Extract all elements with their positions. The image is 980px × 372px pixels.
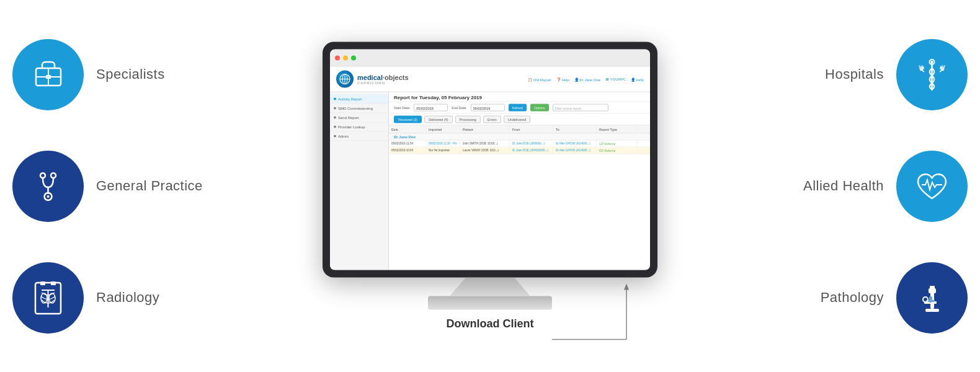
th-to: To: [553, 126, 597, 133]
monitor-foot: [428, 296, 552, 310]
hospitals-icon-circle: [896, 39, 968, 110]
svg-rect-21: [925, 309, 939, 312]
tab-delivered[interactable]: Delivered (4): [424, 116, 452, 123]
nav-dot-3: [334, 117, 336, 119]
general-practice-label: General Practice: [96, 178, 203, 194]
td-patient-2: Laurie YANNY (DOB: 3/10...): [460, 148, 510, 154]
nav-admin[interactable]: Admin: [330, 132, 388, 141]
tab-errors[interactable]: Errors: [483, 116, 501, 123]
table-row-highlighted[interactable]: 05/02/2019 10:04 Not Yet Imported Laurie…: [389, 148, 650, 154]
logo-sub: CAPRICORN: [357, 81, 409, 84]
svg-rect-13: [51, 281, 56, 285]
screen-body: Activity Report SMD Commissioning Send R…: [330, 92, 650, 270]
screen-topbar: [330, 50, 650, 67]
main-scene: Specialists Ge: [0, 0, 980, 372]
th-imported: Imported: [426, 126, 460, 133]
briefcase-icon: [30, 56, 67, 93]
nav-provider-lookup[interactable]: Provider Lookup: [330, 123, 388, 132]
td-to-2: Dr Alex GATOR (AG4000...): [553, 148, 597, 154]
kelly-btn[interactable]: 👤 kelly: [631, 77, 644, 81]
help-btn[interactable]: ❓ Help: [556, 77, 569, 81]
td-date-2: 05/02/2019 10:04: [389, 148, 426, 154]
globe-icon: [339, 74, 350, 85]
heart-pulse-icon: [912, 166, 952, 206]
pathology-label: Pathology: [821, 290, 884, 306]
general-practice-row: General Practice: [12, 151, 203, 222]
th-patient: Patient: [460, 126, 510, 133]
end-date-input[interactable]: 05/02/2019: [471, 104, 505, 112]
svg-point-6: [40, 173, 45, 178]
nav-send-report[interactable]: Send Report: [330, 113, 388, 123]
tab-received[interactable]: Received (2): [394, 116, 422, 123]
monitor: medical·objects CAPRICORN 📋 Old Report ❓…: [323, 42, 657, 310]
svg-rect-24: [930, 286, 935, 290]
specialists-row: Specialists: [12, 39, 165, 110]
dot-red: [335, 55, 340, 60]
allied-health-row: Allied Health: [803, 151, 968, 222]
td-patient-1: John SMITH (DOB: 31/03...): [460, 141, 510, 147]
logo-main: medical·objects: [357, 74, 409, 81]
tab-bar: Received (2) Delivered (4) Processing Er…: [389, 114, 650, 126]
nav-activity-report[interactable]: Activity Report: [330, 95, 388, 104]
dot-green: [351, 55, 356, 60]
end-date-label: End Date:: [452, 106, 466, 110]
td-from-1: Dr Jane DOE (J000000...): [510, 141, 553, 147]
content-title: Report for Tuesday, 05 February 2019: [389, 92, 650, 102]
left-panel: Specialists Ge: [12, 0, 248, 372]
nav-dot-4: [334, 126, 336, 128]
radiology-label: Radiology: [96, 290, 159, 306]
start-date-input[interactable]: 05/02/2019: [414, 104, 448, 112]
dot-yellow: [343, 55, 348, 60]
th-date: Date: [389, 126, 426, 133]
microscope-icon: [912, 278, 952, 318]
pc-btn[interactable]: 🖥 YOURPC: [605, 78, 626, 81]
svg-point-28: [923, 297, 928, 302]
hospitals-label: Hospitals: [825, 66, 884, 82]
monitor-body: medical·objects CAPRICORN 📋 Old Report ❓…: [323, 42, 657, 278]
user-btn[interactable]: 👤 Dr Jane Doe: [574, 77, 600, 81]
nav-dot-5: [334, 135, 336, 138]
monitor-stand: [450, 278, 530, 296]
caduceus-icon: [912, 55, 952, 95]
svg-point-20: [931, 61, 933, 63]
old-report-btn[interactable]: 📋 Old Report: [528, 77, 551, 81]
allied-health-icon-circle: [896, 151, 968, 222]
td-imported-1: 06/02/2018 11:30 - Pm: [426, 141, 460, 147]
svg-point-9: [47, 195, 50, 198]
radiology-row: Radiology: [12, 262, 159, 334]
nav-dot-2: [334, 107, 336, 110]
nav-smd[interactable]: SMD Commissioning: [330, 104, 388, 113]
pathology-row: Pathology: [821, 262, 968, 334]
td-from-2: Dr Jane DOE (JD4000000...): [510, 148, 553, 154]
nav-dot: [334, 98, 336, 100]
radiology-icon-circle: [12, 262, 84, 334]
td-date-1: 05/02/2019 11:54: [389, 141, 426, 147]
allied-health-label: Allied Health: [803, 178, 884, 194]
group-header: Dr Jane Doe: [389, 134, 650, 141]
td-to-1: Dr Alex GATOR (AG4000...): [553, 141, 597, 147]
screen-header: medical·objects CAPRICORN 📋 Old Report ❓…: [330, 67, 650, 92]
main-content: Report for Tuesday, 05 February 2019 Sta…: [389, 92, 650, 270]
logo-globe: [336, 71, 354, 88]
th-from: From: [510, 126, 553, 133]
th-report-type: Report Type: [597, 126, 637, 133]
hospitals-row: Hospitals: [825, 39, 968, 110]
filter-bar: Start Date: 05/02/2019 End Date: 05/02/2…: [389, 102, 650, 114]
td-imported-2: Not Yet Imported: [426, 148, 460, 154]
table-row[interactable]: 05/02/2019 11:54 06/02/2018 11:30 - Pm J…: [389, 141, 650, 148]
search-filter[interactable]: Filter activity report...: [553, 104, 608, 112]
tab-undelivered[interactable]: Undelivered: [504, 116, 530, 123]
table-header: Date Imported Patient From To Report Typ…: [389, 126, 650, 134]
refresh-button[interactable]: Refresh: [509, 104, 527, 112]
td-type-1: GP Referral: [597, 141, 637, 147]
sidebar-nav: Activity Report SMD Commissioning Send R…: [330, 92, 389, 270]
options-button[interactable]: Options: [530, 104, 548, 112]
svg-rect-12: [40, 281, 45, 285]
header-actions: 📋 Old Report ❓ Help 👤 Dr Jane Doe 🖥 YOUR…: [528, 77, 644, 81]
logo-text: medical·objects CAPRICORN: [357, 74, 409, 84]
start-date-label: Start Date:: [394, 106, 410, 110]
xray-icon: [28, 278, 68, 318]
tab-processing[interactable]: Processing: [455, 116, 481, 123]
td-type-2: GP Referral: [597, 148, 637, 154]
specialists-icon-circle: [12, 39, 84, 110]
